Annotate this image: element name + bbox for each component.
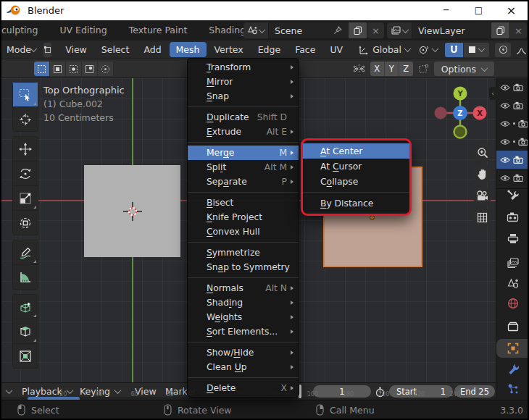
select-mode-extra-button[interactable] <box>98 62 114 76</box>
menu-mesh[interactable]: Mesh <box>170 42 207 57</box>
options-dropdown[interactable]: Options <box>434 62 494 76</box>
menu-item-weights[interactable]: Weights <box>188 310 299 324</box>
camera-restrict-icon[interactable] <box>518 119 528 127</box>
gizmo-x-neg-axis[interactable] <box>435 107 447 119</box>
camera-restrict-icon[interactable] <box>513 156 523 164</box>
inset-faces-tool[interactable] <box>12 344 38 369</box>
properties-tab-collection[interactable] <box>496 317 529 336</box>
outliner-row[interactable] <box>496 169 529 187</box>
mirror-z-button[interactable]: Z <box>399 62 413 76</box>
scene-new-button[interactable] <box>348 22 367 38</box>
annotate-tool[interactable] <box>12 240 38 265</box>
viewlayer-browse-button[interactable] <box>387 22 412 38</box>
measure-tool[interactable] <box>12 265 38 290</box>
workspace-tab-texture-paint[interactable]: Texture Paint <box>118 20 199 41</box>
viewlayer-new-button[interactable] <box>491 22 509 38</box>
transform-tool[interactable] <box>12 211 38 235</box>
menu-item-at-center[interactable]: At Center <box>303 143 409 159</box>
menu-view[interactable]: View <box>59 42 93 57</box>
select-lasso-tool-button[interactable] <box>82 62 98 76</box>
properties-tab-particles[interactable] <box>496 379 529 398</box>
workspace-tab-uv-editing[interactable]: UV Editing <box>49 20 117 41</box>
outliner-row[interactable] <box>496 151 529 169</box>
menu-item-show-hide[interactable]: Show/Hide <box>188 345 299 360</box>
menu-item-split[interactable]: SplitAlt M <box>188 160 299 175</box>
menu-item-knife-project[interactable]: Knife Project <box>188 210 299 224</box>
properties-tab-viewlayer[interactable] <box>496 253 529 272</box>
extrude-tool[interactable] <box>12 319 38 344</box>
minimize-button[interactable]: ─ <box>430 0 462 20</box>
menu-face[interactable]: Face <box>288 42 322 57</box>
camera-restrict-icon[interactable] <box>518 138 528 146</box>
menu-uv[interactable]: UV <box>323 42 349 57</box>
menu-item-bisect[interactable]: Bisect <box>188 196 299 210</box>
menu-item-sort-elements[interactable]: Sort Elements... <box>188 324 299 339</box>
viewlayer-remove-button[interactable]: × <box>509 22 527 38</box>
mirror-y-button[interactable]: Y <box>385 62 399 76</box>
collapse-panel-arrow[interactable]: ‹ <box>489 87 496 100</box>
menu-item-clean-up[interactable]: Clean Up <box>188 360 299 374</box>
close-button[interactable]: × <box>495 0 528 20</box>
gizmo-y-neg-axis[interactable] <box>454 126 467 138</box>
camera-restrict-icon[interactable] <box>513 101 523 109</box>
eye-icon[interactable] <box>500 138 510 146</box>
properties-tab-modifiers[interactable] <box>496 359 529 378</box>
pivot-point-dropdown[interactable] <box>417 45 438 55</box>
menu-item-at-cursor[interactable]: At Cursor <box>303 159 409 174</box>
menu-item-duplicate[interactable]: DuplicateShift D <box>188 110 299 125</box>
menu-item-collapse[interactable]: Collapse <box>303 174 409 189</box>
transform-orientation-dropdown[interactable]: Global <box>358 44 410 55</box>
camera-view-button[interactable] <box>472 186 492 206</box>
scene-name-field[interactable]: Scene <box>269 22 348 38</box>
mode-dropdown[interactable]: Mode <box>0 44 42 55</box>
properties-tab-object[interactable] <box>496 339 529 358</box>
add-cube-tool[interactable] <box>12 294 38 319</box>
tweak-tool-button[interactable] <box>34 62 50 76</box>
snap-with-dropdown[interactable] <box>463 43 489 57</box>
outliner-row[interactable] <box>496 133 529 151</box>
menu-select[interactable]: Select <box>95 42 136 57</box>
menu-add[interactable]: Add <box>137 42 167 57</box>
proportional-editing-button[interactable] <box>495 43 511 57</box>
camera-restrict-icon[interactable] <box>513 83 523 91</box>
rotate-tool[interactable] <box>12 161 38 186</box>
menu-item-by-distance[interactable]: By Distance <box>303 196 409 211</box>
zoom-view-button[interactable] <box>472 143 492 162</box>
select-box-tool[interactable] <box>12 82 38 107</box>
outliner-row[interactable] <box>496 78 529 96</box>
snap-toggle-button[interactable] <box>445 43 463 57</box>
proportional-falloff-dropdown[interactable] <box>513 43 529 57</box>
eye-icon[interactable] <box>500 175 510 182</box>
camera-restrict-icon[interactable] <box>513 174 523 182</box>
menu-edge[interactable]: Edge <box>251 42 287 57</box>
viewlayer-name-field[interactable]: ViewLayer <box>412 22 491 38</box>
menu-item-snap-to-symmetry[interactable]: Snap to Symmetry <box>188 260 299 274</box>
eye-icon[interactable] <box>500 102 510 109</box>
editor-type-dropdown[interactable] <box>6 387 13 394</box>
eye-icon[interactable] <box>500 120 510 127</box>
navigation-gizmo[interactable]: Y X Z <box>431 84 489 142</box>
workspace-tab-sculpting[interactable]: culpting <box>0 20 49 41</box>
move-tool[interactable] <box>12 136 38 161</box>
scale-tool[interactable] <box>12 186 38 211</box>
maximize-button[interactable]: □ <box>462 0 495 20</box>
menu-vertex[interactable]: Vertex <box>208 42 250 57</box>
menu-item-symmetrize[interactable]: Symmetrize <box>188 245 299 260</box>
cursor-tool[interactable] <box>12 107 38 132</box>
toggle-ortho-button[interactable] <box>472 208 492 227</box>
select-box-tool-button[interactable] <box>50 62 66 76</box>
menu-item-shading[interactable]: Shading <box>188 295 299 310</box>
menu-item-snap[interactable]: Snap <box>188 89 299 104</box>
menu-item-transform[interactable]: Transform <box>188 60 299 75</box>
mirror-x-button[interactable]: X <box>370 62 385 76</box>
menu-item-extrude[interactable]: ExtrudeAlt E <box>188 125 299 139</box>
properties-tab-world[interactable] <box>496 294 529 313</box>
scene-browse-button[interactable] <box>243 22 269 38</box>
eye-icon[interactable] <box>500 156 510 164</box>
properties-tab-render[interactable] <box>496 207 529 226</box>
eye-icon[interactable] <box>500 84 510 91</box>
menu-item-convex-hull[interactable]: Convex Hull <box>188 224 299 239</box>
menu-item-normals[interactable]: NormalsAlt N <box>188 281 299 295</box>
menu-item-merge[interactable]: MergeM <box>188 146 299 160</box>
outliner-row[interactable] <box>496 114 529 133</box>
